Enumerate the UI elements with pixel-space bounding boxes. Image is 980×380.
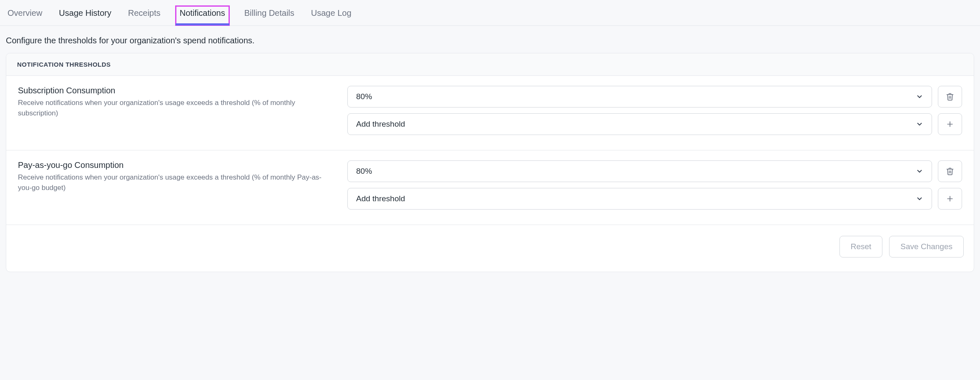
add-threshold-row: Add threshold [347,188,962,210]
trash-icon [946,167,954,175]
tab-usage-history[interactable]: Usage History [57,4,113,25]
threshold-select[interactable]: 80% [347,86,932,108]
chevron-down-icon [916,120,923,128]
delete-threshold-button[interactable] [938,86,962,108]
add-threshold-row: Add threshold [347,113,962,135]
section-right: 80% Add threshold [347,86,962,135]
trash-icon [946,92,954,101]
section-right: 80% Add threshold [347,160,962,210]
plus-icon [946,120,954,128]
section-subscription-consumption: Subscription Consumption Receive notific… [6,76,974,150]
billing-tabs: Overview Usage History Receipts Notifica… [0,0,980,26]
plus-icon [946,195,954,203]
threshold-select[interactable]: 80% [347,160,932,182]
section-left: Pay-as-you-go Consumption Receive notifi… [18,160,331,210]
add-threshold-label: Add threshold [356,194,405,203]
delete-threshold-button[interactable] [938,160,962,182]
section-title: Pay-as-you-go Consumption [18,160,331,170]
card-footer: Reset Save Changes [6,225,974,272]
add-threshold-button[interactable] [938,113,962,135]
section-title: Subscription Consumption [18,86,331,95]
save-changes-button[interactable]: Save Changes [889,236,964,258]
section-desc: Receive notifications when your organiza… [18,172,331,193]
tab-usage-log[interactable]: Usage Log [309,4,353,25]
reset-button[interactable]: Reset [839,236,883,258]
threshold-row: 80% [347,160,962,182]
chevron-down-icon [916,93,923,100]
add-threshold-label: Add threshold [356,120,405,129]
page-description: Configure the thresholds for your organi… [0,26,980,53]
threshold-row: 80% [347,86,962,108]
section-left: Subscription Consumption Receive notific… [18,86,331,135]
tab-receipts[interactable]: Receipts [126,4,162,25]
notification-thresholds-card: NOTIFICATION THRESHOLDS Subscription Con… [6,53,974,272]
threshold-value: 80% [356,92,372,101]
add-threshold-select[interactable]: Add threshold [347,188,932,210]
threshold-value: 80% [356,167,372,176]
add-threshold-select[interactable]: Add threshold [347,113,932,135]
tab-billing-details[interactable]: Billing Details [243,4,296,25]
chevron-down-icon [916,168,923,175]
tab-overview[interactable]: Overview [6,4,44,25]
section-payg-consumption: Pay-as-you-go Consumption Receive notifi… [6,150,974,225]
chevron-down-icon [916,195,923,202]
add-threshold-button[interactable] [938,188,962,210]
section-desc: Receive notifications when your organiza… [18,98,331,118]
card-header: NOTIFICATION THRESHOLDS [6,53,974,76]
tab-notifications[interactable]: Notifications [176,6,229,25]
